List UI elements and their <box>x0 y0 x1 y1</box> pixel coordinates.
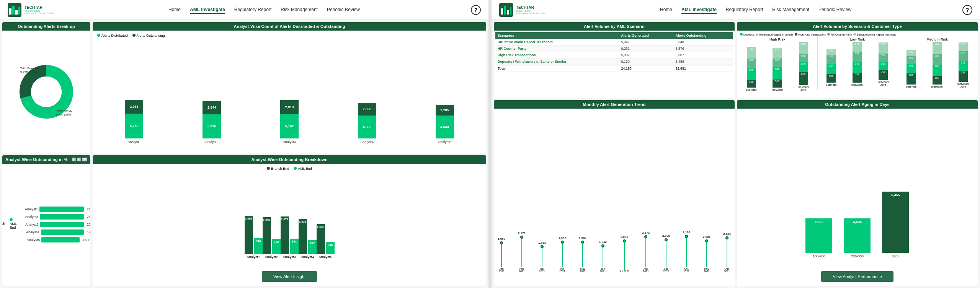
nav-aml-left[interactable]: AML Investigate <box>190 6 225 14</box>
nav-periodic-left[interactable]: Periodic Review <box>327 6 360 14</box>
hr-business: 723 660 620 518 Business <box>746 47 756 91</box>
bar-label-a4: Analyst4 <box>361 140 374 144</box>
high-risk-bars: 723 660 620 518 Business <box>738 42 817 96</box>
bd-label-a3: Analyst3 <box>283 255 296 259</box>
mr-indj-label: IndividualJoint <box>957 83 969 88</box>
help-button-right[interactable]: ? <box>962 5 972 15</box>
nav-risk-left[interactable]: Risk Management <box>281 6 318 14</box>
help-button-left[interactable]: ? <box>471 5 481 15</box>
navbar-right: TECHTAR SOLUTIONS EMPOWER YOUR FUTURE Ho… <box>492 0 980 20</box>
pct-legend: Branch End AML End <box>2 216 20 231</box>
outstanding-pct-header: Analyst-Wise Outstanding in % ▲ ▼ ☰ <box>2 155 90 164</box>
view-performance-button[interactable]: View Analyst Performance <box>821 271 893 282</box>
navbar-left: TECHTAR SOLUTIONS EMPOWER YOUR FUTURE Ho… <box>0 0 488 20</box>
nav-risk-right[interactable]: Risk Management <box>772 6 809 14</box>
total-row: Total 24,190 13,681 <box>495 65 733 72</box>
bd-bar-branch-a3: 2,077 <box>281 216 289 254</box>
trend-dec-line <box>727 239 727 267</box>
outstanding-pct-card: Analyst-Wise Outstanding in % ▲ ▼ ☰ Bran… <box>2 155 90 286</box>
aging-300plus: 6,455 300+ <box>882 192 909 258</box>
aging-label-100-200: 100-200 <box>813 254 825 258</box>
trend-apr-dot <box>561 241 564 244</box>
nav-home-left[interactable]: Home <box>168 6 181 14</box>
customer-sections: High Risk 723 660 620 518 <box>738 37 976 90</box>
trend-sep-val: 2,065 <box>662 234 670 238</box>
trend-jul-line <box>624 242 625 270</box>
trend-oct-dot <box>685 235 688 238</box>
aging-bar-200-300: 3,604 <box>844 218 871 253</box>
sort-filter[interactable]: ☰ <box>82 158 87 161</box>
legend-distributed: Alerts Distributed <box>97 34 128 37</box>
trend-nov-dot <box>705 239 708 242</box>
bar-group-a5: 2,285 4,843 Analyst5 <box>408 105 482 144</box>
monthly-trend-body: 1,953 Jan2021 2,171 Feb2021 <box>494 109 735 286</box>
hbar-track-1 <box>39 207 83 212</box>
performance-btn-container: View Analyst Performance <box>737 267 978 286</box>
trend-sep: 2,065 Sep2021 <box>662 234 670 273</box>
sort-asc[interactable]: ▲ <box>72 158 76 161</box>
nav-home-right[interactable]: Home <box>660 6 672 14</box>
col-outstanding: Alerts Outstanding <box>673 32 733 39</box>
nav-periodic-right[interactable]: Periodic Review <box>818 6 851 14</box>
trend-aug: 2,173 Aug2021 <box>642 231 650 273</box>
mr-ind-val3: 758 <box>933 54 942 65</box>
hr-bus-val4: 723 <box>747 47 756 59</box>
hbar-row-1: Analyst1 21.46% <box>23 207 90 212</box>
analyst-count-body: Alerts Distributed Alerts Outstanding 2,… <box>93 31 486 153</box>
trend-dec-label: Dec2021 <box>724 267 730 273</box>
bd-a2: 2,032 812 Analyst2 <box>263 217 281 259</box>
donut-label-amld: With AMLD 3,906 (29%) <box>56 109 72 117</box>
legend-deposits: Deposits / Withdrawals in Same or Simila… <box>740 33 793 36</box>
hbar-pct-1: 21.46% <box>87 207 90 211</box>
mr-indj: 619 679 711 791 IndividualJoint <box>957 42 969 88</box>
trend-apr-label: Apr2021 <box>559 267 565 273</box>
nav-regulatory-left[interactable]: Regulatory Report <box>234 6 271 14</box>
donut-chart: With Branch 9,775 (71%) With AMLD 3,906 … <box>20 65 73 119</box>
bd-bar-aml-a3: 841 <box>290 239 299 254</box>
trend-feb-label: Feb2021 <box>519 267 525 273</box>
trend-dec: 2,134 Dec2021 <box>723 232 731 273</box>
hbar-track-2 <box>40 214 84 220</box>
lr-ind-val1: 699 <box>853 73 862 83</box>
svg-rect-12 <box>510 7 511 15</box>
nav-aml-right[interactable]: AML Investigate <box>681 6 717 14</box>
bar-stack-a3: 2,918 5,107 <box>280 100 299 138</box>
trend-mar-line <box>542 248 542 267</box>
aging-card: Outstanding Alert Aging in Days 3,622 10… <box>737 100 978 286</box>
table-row: Structure Avoid Report Treshhold 5,947 3… <box>495 39 733 46</box>
hbar-name-1: Analyst1 <box>23 207 38 211</box>
outstanding-pct-body: Branch End AML End Analyst1 21.46% Analy… <box>2 164 90 286</box>
legend-hr-counter: HR Counter Party <box>827 33 852 36</box>
trend-oct-label: Oct2021 <box>683 267 689 273</box>
bar-stack-a4: 2,698 4,805 <box>358 103 376 138</box>
hr-indj-val4: 845 <box>799 42 808 54</box>
mr-indj-val2: 711 <box>959 61 968 71</box>
bar-distributed-a1: 5,189 <box>125 114 143 138</box>
nav-regulatory-right[interactable]: Regulatory Report <box>726 6 763 14</box>
scenario-gen-3: 5,882 <box>619 52 673 59</box>
trend-may-dot <box>581 241 584 244</box>
lr-indj-val2: 568 <box>879 62 888 70</box>
customer-type-card: Alert Volumne by Scenario & Customer Typ… <box>737 22 978 98</box>
low-risk-title: Low Risk <box>818 37 897 42</box>
bd-bar-branch-a4: 1,931 <box>299 219 307 254</box>
section-divider-1 <box>817 37 818 90</box>
lr-indj-val3: 594 <box>879 54 888 62</box>
trend-jul-dot <box>623 239 626 242</box>
logo-right: TECHTAR SOLUTIONS EMPOWER YOUR FUTURE <box>499 3 549 17</box>
sort-desc[interactable]: ▼ <box>77 158 81 161</box>
hr-indj-val1: 889 <box>799 72 808 85</box>
bd-a4: 1,931 767 Analyst4 <box>299 219 317 259</box>
scenario-out-4: 3,458 <box>673 59 733 65</box>
trend-apr-line <box>562 244 563 267</box>
aging-label-300plus: 300+ <box>892 254 899 258</box>
left-panel: TECHTAR SOLUTIONS EMPOWER YOUR FUTURE Ho… <box>0 0 488 288</box>
hbar-chart: Analyst1 21.46% Analyst3 21.33% Analyst2 <box>20 205 90 244</box>
view-insight-button[interactable]: View Alert Insight <box>262 271 317 282</box>
hr-ind-val2: 845 <box>773 67 782 80</box>
trend-sep-dot <box>665 238 668 241</box>
hr-bus-val1: 518 <box>747 80 756 88</box>
breakdown-body: Branch End AML End 2,096 840 Analyst1 <box>93 164 486 268</box>
medium-risk-section: Medium Risk 433 527 668 781 Busi <box>898 37 976 90</box>
bar-group-a3: 2,918 5,107 Analyst3 <box>253 100 327 144</box>
